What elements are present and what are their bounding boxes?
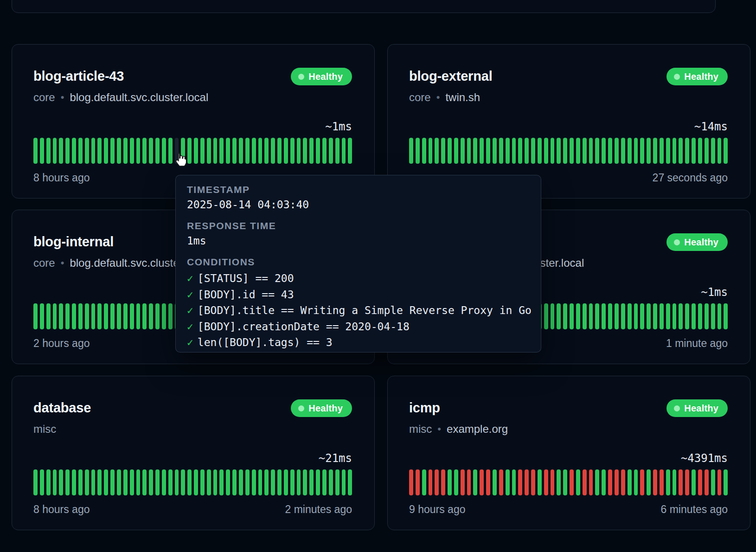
status-bar[interactable] bbox=[499, 469, 503, 495]
status-bar[interactable] bbox=[53, 469, 57, 495]
status-bar[interactable] bbox=[441, 138, 445, 164]
status-bar[interactable] bbox=[72, 469, 76, 495]
status-bar[interactable] bbox=[634, 469, 638, 495]
status-bar[interactable] bbox=[576, 138, 580, 164]
status-bar[interactable] bbox=[53, 303, 57, 329]
status-bar[interactable] bbox=[653, 469, 657, 495]
status-bar[interactable] bbox=[168, 138, 173, 164]
status-bar[interactable] bbox=[117, 138, 121, 164]
status-bar[interactable] bbox=[219, 469, 224, 495]
status-bar[interactable] bbox=[621, 303, 625, 329]
status-bar[interactable] bbox=[570, 303, 574, 329]
status-bar[interactable] bbox=[97, 303, 102, 329]
status-bar[interactable] bbox=[194, 469, 198, 495]
status-bar[interactable] bbox=[200, 469, 205, 495]
status-bar[interactable] bbox=[518, 469, 522, 495]
status-bar[interactable] bbox=[72, 303, 76, 329]
status-bar[interactable] bbox=[544, 138, 548, 164]
status-bar[interactable] bbox=[309, 469, 314, 495]
status-bar[interactable] bbox=[85, 138, 89, 164]
status-bar[interactable] bbox=[245, 469, 250, 495]
status-bar[interactable] bbox=[634, 303, 638, 329]
status-bar[interactable] bbox=[685, 303, 689, 329]
status-bar[interactable] bbox=[329, 469, 333, 495]
status-bar[interactable] bbox=[284, 138, 288, 164]
status-bar[interactable] bbox=[155, 303, 160, 329]
status-bar[interactable] bbox=[117, 469, 121, 495]
status-bar[interactable] bbox=[429, 138, 433, 164]
status-bar[interactable] bbox=[551, 138, 555, 164]
status-bar[interactable] bbox=[544, 303, 548, 329]
status-bar[interactable] bbox=[72, 138, 76, 164]
status-bar[interactable] bbox=[583, 469, 587, 495]
status-bar[interactable] bbox=[679, 469, 683, 495]
status-bar[interactable] bbox=[226, 469, 230, 495]
status-bar[interactable] bbox=[602, 303, 606, 329]
status-bar[interactable] bbox=[647, 138, 651, 164]
status-bar[interactable] bbox=[615, 469, 619, 495]
status-bar[interactable] bbox=[232, 138, 237, 164]
status-bar[interactable] bbox=[473, 138, 477, 164]
status-bar[interactable] bbox=[711, 138, 715, 164]
status-bar[interactable] bbox=[59, 138, 63, 164]
status-bar[interactable] bbox=[429, 469, 433, 495]
status-bar[interactable] bbox=[486, 469, 490, 495]
status-bar[interactable] bbox=[576, 303, 580, 329]
status-bar[interactable] bbox=[181, 138, 185, 164]
endpoint-name[interactable]: icmp bbox=[409, 399, 440, 416]
status-bar[interactable] bbox=[123, 138, 128, 164]
status-bar[interactable] bbox=[110, 303, 115, 329]
status-bar[interactable] bbox=[142, 303, 147, 329]
status-bar[interactable] bbox=[290, 469, 295, 495]
status-bar[interactable] bbox=[149, 138, 153, 164]
status-bar[interactable] bbox=[258, 138, 263, 164]
status-bar[interactable] bbox=[316, 469, 320, 495]
status-bar[interactable] bbox=[486, 138, 490, 164]
status-bar[interactable] bbox=[284, 469, 288, 495]
status-bar[interactable] bbox=[563, 303, 567, 329]
status-bar[interactable] bbox=[168, 469, 173, 495]
status-bar[interactable] bbox=[660, 138, 664, 164]
status-bar[interactable] bbox=[85, 303, 89, 329]
status-bar[interactable] bbox=[104, 469, 108, 495]
status-bar[interactable] bbox=[416, 138, 420, 164]
status-bar[interactable] bbox=[416, 469, 420, 495]
status-bar[interactable] bbox=[110, 138, 115, 164]
status-bar[interactable] bbox=[634, 138, 638, 164]
status-bar[interactable] bbox=[583, 138, 587, 164]
status-bar[interactable] bbox=[673, 469, 677, 495]
status-bar[interactable] bbox=[123, 469, 128, 495]
status-bar[interactable] bbox=[264, 469, 269, 495]
status-bar[interactable] bbox=[589, 303, 593, 329]
status-bar[interactable] bbox=[628, 138, 632, 164]
status-bar[interactable] bbox=[666, 469, 670, 495]
status-bar[interactable] bbox=[264, 138, 269, 164]
status-bar[interactable] bbox=[589, 469, 593, 495]
status-bar[interactable] bbox=[213, 138, 218, 164]
status-bar[interactable] bbox=[348, 138, 352, 164]
status-bar[interactable] bbox=[142, 469, 147, 495]
status-bar[interactable] bbox=[142, 138, 147, 164]
status-bar[interactable] bbox=[252, 138, 256, 164]
status-bar[interactable] bbox=[698, 138, 702, 164]
status-bar[interactable] bbox=[303, 138, 307, 164]
status-bar[interactable] bbox=[136, 303, 141, 329]
status-bar[interactable] bbox=[78, 469, 83, 495]
status-bar[interactable] bbox=[435, 138, 439, 164]
status-bar[interactable] bbox=[441, 469, 445, 495]
status-bar[interactable] bbox=[232, 469, 237, 495]
status-bar[interactable] bbox=[698, 469, 702, 495]
status-bar[interactable] bbox=[666, 138, 670, 164]
status-bar[interactable] bbox=[136, 469, 141, 495]
status-bar[interactable] bbox=[525, 469, 529, 495]
status-bar[interactable] bbox=[666, 303, 670, 329]
status-bar[interactable] bbox=[175, 469, 179, 495]
status-bar[interactable] bbox=[679, 303, 683, 329]
status-bar[interactable] bbox=[297, 469, 301, 495]
status-bar[interactable] bbox=[136, 138, 141, 164]
status-bar[interactable] bbox=[628, 303, 632, 329]
status-bar[interactable] bbox=[692, 303, 696, 329]
status-bar[interactable] bbox=[525, 138, 529, 164]
status-bar[interactable] bbox=[673, 138, 677, 164]
status-bar[interactable] bbox=[33, 469, 38, 495]
